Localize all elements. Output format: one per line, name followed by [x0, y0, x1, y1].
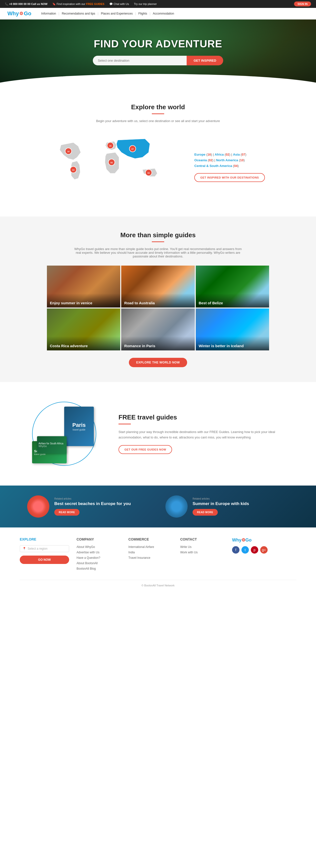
logo-icon: ⚙	[19, 11, 23, 16]
footer-link-bootsnall[interactable]: About BootsnAll	[77, 561, 121, 565]
go-now-button[interactable]: GO NOW	[20, 556, 69, 564]
phone-number: 📞 +0 800 000 00 00 Call us NOW	[5, 2, 48, 6]
svg-text:10: 10	[67, 150, 69, 153]
footer-link-insurance[interactable]: Travel Insurance	[128, 556, 173, 559]
pinterest-icon[interactable]: p	[251, 546, 258, 554]
footer-link-about[interactable]: About WhyGo	[77, 545, 121, 549]
destination-input[interactable]	[93, 56, 186, 65]
footer-contact-col: CONTACT Write Us Work with Us	[180, 537, 225, 572]
photo-paris-label: Romance in Paris	[121, 336, 195, 350]
footer-copyright: © BootsnAll Travel Network	[20, 580, 296, 587]
svg-text:07: 07	[132, 148, 134, 150]
footer-link-advertise[interactable]: Advertise with Us	[77, 551, 121, 554]
free-guides-desc: Start planning your way through incredib…	[118, 429, 286, 440]
svg-text:02: 02	[148, 172, 150, 174]
chat-link[interactable]: 💬 Chat with Us	[109, 2, 129, 6]
footer-link-write[interactable]: Write Us	[180, 545, 225, 549]
read-more-summer-button[interactable]: READ MORE	[193, 509, 218, 516]
guides-section: More than simple guides WhyGo travel gui…	[0, 217, 316, 382]
related-label-1: Related articles	[54, 497, 131, 500]
main-nav: Why⚙Go Information | Recomendations and …	[0, 8, 316, 20]
footer-company-col: COMPANY About WhyGo Advertise with Us Ha…	[77, 537, 121, 572]
article-card-beaches: Related articles Best secret beaches in …	[27, 495, 151, 518]
guides-promo: 🔖 Find inspiration with our FREE GUIDES	[52, 2, 105, 6]
facebook-icon[interactable]: f	[232, 546, 239, 554]
googleplus-icon[interactable]: g+	[260, 546, 268, 554]
photo-costarica-label: Costa Rica adventure	[47, 336, 120, 350]
world-map: 10 04 16 02 07 02	[51, 133, 179, 202]
get-inspired-destinations-button[interactable]: GET INSPIRED WITH OUR DESTINATIONS	[194, 173, 265, 182]
article-image-summer	[165, 495, 188, 518]
footer-link-work[interactable]: Work with Us	[180, 551, 225, 554]
explore-placeholder: Select a region	[28, 547, 48, 550]
footer-link-india[interactable]: India	[128, 551, 173, 554]
photo-venice-label: Enjoy summer in venice	[47, 293, 120, 308]
guides-subtitle: WhyGo travel guides are more than simple…	[71, 247, 245, 258]
free-guides-text: FREE travel guides Start planning your w…	[118, 413, 286, 454]
footer-link-blog[interactable]: BootsnAll Blog	[77, 567, 121, 570]
sign-in-button[interactable]: SIGN IN	[294, 1, 311, 6]
photo-card-belize[interactable]: Best of Belize	[196, 266, 269, 308]
hero-wave	[0, 74, 316, 89]
explore-world-button[interactable]: EXPLORE THE WORLD NOW	[129, 358, 188, 367]
get-free-guides-button[interactable]: GET OUR FREE GUIDES NOW	[118, 445, 172, 454]
footer-logo: Why⚙Go	[232, 537, 277, 543]
trip-planner-link[interactable]: Try our trip planner	[134, 2, 157, 5]
world-map-container: 10 04 16 02 07 02 Europe (16) | Afric	[20, 133, 296, 202]
article-image-beaches	[27, 495, 49, 518]
photo-belize-label: Best of Belize	[196, 293, 269, 308]
stat-oceania: Oceania (02) | North America (10)	[194, 158, 265, 162]
nav-information[interactable]: Information	[41, 12, 56, 15]
map-stats: Europe (16) | Africa (02) | Asia (07) Oc…	[194, 153, 265, 182]
footer-commerce-title: COMMERCE	[128, 537, 173, 541]
nav-links: Information | Recomendations and tips | …	[41, 12, 174, 15]
footer-explore-input: 📍 Select a region	[20, 545, 69, 552]
photo-card-iceland[interactable]: Winter is better in Iceland	[196, 309, 269, 350]
nav-accommodation[interactable]: Accommodation	[153, 12, 174, 15]
footer-explore-title: EXPLORE	[20, 537, 69, 541]
top-bar: 📞 +0 800 000 00 00 Call us NOW 🔖 Find in…	[0, 0, 316, 8]
nav-places[interactable]: Places and Experiences	[101, 12, 133, 15]
article-title-beaches: Best secret beaches in Europe for you	[54, 501, 131, 506]
stat-central: Central & South America (04)	[194, 164, 265, 168]
free-guides-underline	[118, 424, 131, 424]
footer-link-question[interactable]: Have a Question?	[77, 556, 121, 559]
article-card-summer: Related articles Summer in Europe with k…	[165, 495, 289, 518]
photo-card-venice[interactable]: Enjoy summer in venice	[47, 266, 120, 308]
nav-recommendations[interactable]: Recomendations and tips	[62, 12, 95, 15]
svg-text:02: 02	[111, 161, 113, 164]
explore-title: Explore the world	[20, 103, 296, 111]
get-inspired-button[interactable]: GET INSPIRED	[186, 56, 223, 65]
footer-logo-col: Why⚙Go f t p g+	[232, 537, 277, 572]
svg-text:16: 16	[109, 145, 112, 147]
twitter-icon[interactable]: t	[241, 546, 249, 554]
book-airfare: Airfare for South Africa WhyGo	[37, 436, 67, 454]
free-guides-section: Paris travel guide South Africa travel g…	[0, 382, 316, 486]
footer: EXPLORE 📍 Select a region GO NOW COMPANY…	[0, 527, 316, 597]
nav-flights[interactable]: Flights	[139, 12, 147, 15]
photo-grid: Enjoy summer in venice Road to Australia…	[47, 266, 269, 350]
read-more-beaches-button[interactable]: READ MORE	[54, 509, 80, 516]
footer-company-title: COMPANY	[77, 537, 121, 541]
book-paris: Paris travel guide	[64, 407, 94, 446]
photo-australia-label: Road to Australia	[121, 293, 195, 308]
footer-socials: f t p g+	[232, 546, 277, 554]
guides-underline	[152, 241, 164, 242]
hero-search-bar: GET INSPIRED	[93, 56, 223, 65]
footer-explore-col: EXPLORE 📍 Select a region GO NOW	[20, 537, 69, 572]
svg-text:04: 04	[72, 169, 75, 171]
guides-title: More than simple guides	[20, 231, 296, 239]
photo-card-paris[interactable]: Romance in Paris	[121, 309, 195, 350]
article-title-summer: Summer in Europe with kids	[193, 501, 249, 506]
free-guides-title: FREE travel guides	[118, 413, 286, 421]
related-label-2: Related articles	[193, 497, 249, 500]
free-guides-link[interactable]: FREE GUIDES	[86, 2, 105, 5]
footer-link-airfare[interactable]: International Airfare	[128, 545, 173, 549]
stat-europe: Europe (16) | Africa (02) | Asia (07)	[194, 153, 265, 156]
photo-card-australia[interactable]: Road to Australia	[121, 266, 195, 308]
footer-contact-title: CONTACT	[180, 537, 225, 541]
site-logo[interactable]: Why⚙Go	[7, 10, 31, 17]
photo-card-costarica[interactable]: Costa Rica adventure	[47, 309, 120, 350]
related-section: Related articles Best secret beaches in …	[0, 486, 316, 527]
footer-logo-icon: ⚙	[241, 537, 246, 543]
